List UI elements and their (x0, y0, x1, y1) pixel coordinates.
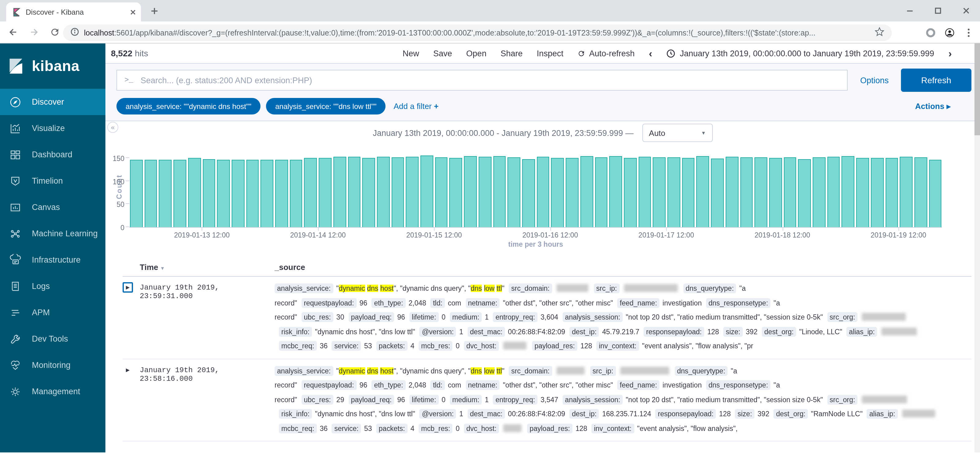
histogram-bar[interactable] (581, 157, 593, 227)
histogram-bar[interactable] (144, 160, 157, 227)
sidebar-item-dashboard[interactable]: Dashboard (0, 141, 105, 168)
window-minimize-icon[interactable] (896, 0, 924, 21)
browser-tab[interactable]: Discover - Kibana (6, 2, 141, 21)
histogram-bar[interactable] (217, 160, 229, 227)
histogram-bar[interactable] (754, 157, 767, 227)
sidebar-item-logs[interactable]: Logs (0, 273, 105, 299)
histogram-bar[interactable] (842, 157, 854, 227)
histogram-bar[interactable] (363, 158, 375, 227)
histogram-bar[interactable] (173, 160, 186, 227)
histogram-bar[interactable] (304, 158, 317, 227)
kibana-logo[interactable]: kibana (0, 43, 105, 89)
menu-share[interactable]: Share (500, 49, 522, 58)
interval-select[interactable]: Auto ▼ (642, 124, 713, 142)
histogram-bar[interactable] (711, 158, 724, 227)
histogram-bar[interactable] (479, 157, 491, 227)
histogram-bar[interactable] (319, 158, 331, 227)
menu-open[interactable]: Open (466, 49, 486, 58)
window-close-icon[interactable] (952, 0, 980, 21)
histogram-bar[interactable] (188, 158, 201, 227)
expand-row-button[interactable]: ▶ (123, 282, 133, 293)
menu-inspect[interactable]: Inspect (536, 49, 563, 58)
histogram-bar[interactable] (856, 158, 869, 227)
histogram-bar[interactable] (740, 157, 752, 227)
histogram-bar[interactable] (813, 157, 825, 227)
histogram-bar[interactable] (915, 157, 927, 227)
histogram-bar[interactable] (391, 157, 404, 227)
actions-link[interactable]: Actions ▸ (915, 101, 971, 111)
filter-pill[interactable]: analysis_service: ""dynamic dns host"" (116, 98, 261, 114)
histogram-bar[interactable] (464, 157, 477, 227)
sidebar-item-devtools[interactable]: Dev Tools (0, 326, 105, 352)
histogram-bar[interactable] (566, 158, 578, 227)
histogram-bar[interactable] (551, 158, 564, 227)
sidebar-item-canvas[interactable]: Canvas (0, 194, 105, 220)
histogram-bar[interactable] (900, 157, 913, 227)
sidebar-item-apm[interactable]: APM (0, 299, 105, 326)
histogram-bar[interactable] (333, 157, 346, 227)
histogram-bar[interactable] (377, 157, 390, 227)
histogram-bar[interactable] (290, 160, 302, 227)
histogram-bar[interactable] (871, 158, 883, 227)
tab-close-icon[interactable] (130, 9, 136, 15)
histogram-bar[interactable] (275, 160, 288, 227)
histogram-bar[interactable] (202, 159, 215, 227)
add-filter-link[interactable]: Add a filter + (393, 101, 439, 111)
column-header-time[interactable]: Time▼ (140, 263, 275, 272)
histogram-bar[interactable] (667, 157, 680, 227)
sidebar-item-monitoring[interactable]: Monitoring (0, 352, 105, 378)
histogram-bar[interactable] (827, 157, 840, 227)
refresh-button[interactable]: Refresh (901, 68, 971, 92)
histogram-bar[interactable] (769, 158, 782, 227)
histogram-bar[interactable] (885, 158, 898, 227)
histogram-bar[interactable] (450, 158, 462, 227)
histogram-bar[interactable] (595, 157, 608, 227)
window-maximize-icon[interactable] (924, 0, 952, 21)
histogram-bar[interactable] (159, 160, 172, 227)
new-tab-button[interactable] (148, 4, 161, 18)
expand-row-button[interactable]: ▶ (123, 364, 133, 375)
url-bar[interactable]: localhost:5601/app/kibana#/discover?_g=(… (63, 24, 892, 41)
menu-new[interactable]: New (402, 49, 419, 58)
search-input[interactable] (140, 75, 840, 86)
histogram-bar[interactable] (420, 155, 433, 227)
histogram-bar[interactable] (725, 157, 738, 227)
browser-menu-icon[interactable] (964, 27, 974, 38)
histogram-bar[interactable] (682, 158, 694, 227)
histogram-bar[interactable] (609, 156, 622, 227)
scrollbar-thumb[interactable] (975, 43, 980, 135)
sidebar-item-visualize[interactable]: Visualize (0, 115, 105, 141)
histogram-bar[interactable] (638, 157, 651, 227)
histogram-bar[interactable] (929, 160, 942, 227)
histogram-bar[interactable] (261, 160, 274, 227)
histogram-bar[interactable] (406, 157, 418, 227)
extension-icon[interactable] (926, 27, 936, 38)
back-icon[interactable] (5, 24, 21, 40)
histogram-bar[interactable] (784, 157, 796, 227)
histogram-bar[interactable] (522, 159, 535, 227)
menu-save[interactable]: Save (433, 49, 452, 58)
time-range-picker[interactable]: January 13th 2019, 00:00:00.000 to Janua… (666, 49, 934, 58)
sidebar-item-ml[interactable]: Machine Learning (0, 220, 105, 247)
auto-refresh-button[interactable]: Auto-refresh (578, 49, 635, 58)
page-scrollbar[interactable] (975, 43, 980, 452)
histogram-bar[interactable] (508, 157, 520, 227)
collapse-sidebar-icon[interactable]: « (107, 122, 118, 133)
histogram-bar[interactable] (697, 157, 709, 227)
histogram-bar[interactable] (246, 160, 259, 227)
histogram-bar[interactable] (798, 159, 811, 227)
histogram-bar[interactable] (348, 157, 360, 227)
forward-icon[interactable] (26, 24, 42, 40)
options-link[interactable]: Options (860, 76, 889, 85)
histogram-bar[interactable] (435, 157, 448, 227)
bookmark-star-icon[interactable] (875, 27, 885, 39)
time-forward-icon[interactable]: › (948, 48, 952, 59)
time-back-icon[interactable]: ‹ (649, 48, 652, 59)
info-icon[interactable] (70, 27, 79, 38)
profile-icon[interactable] (945, 27, 955, 38)
filter-pill[interactable]: analysis_service: ""dns low ttl"" (266, 98, 385, 114)
sidebar-item-discover[interactable]: Discover (0, 89, 105, 115)
histogram-bar[interactable] (624, 158, 636, 227)
histogram-bar[interactable] (130, 160, 143, 227)
histogram-bar[interactable] (232, 160, 244, 227)
